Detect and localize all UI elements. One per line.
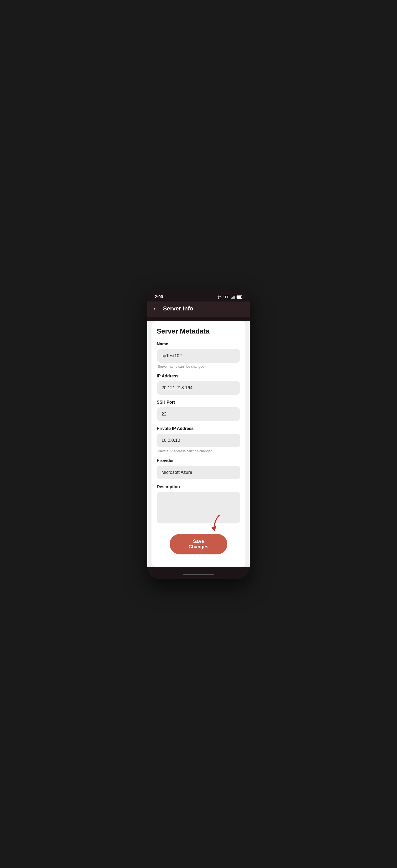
ip-address-input[interactable] bbox=[157, 381, 240, 395]
provider-input[interactable] bbox=[157, 466, 240, 479]
field-label-private-ip: Private IP Address bbox=[157, 426, 240, 431]
lte-label: LTE bbox=[223, 295, 229, 299]
signal-icon bbox=[231, 296, 235, 299]
name-hint: Server name can't be changed bbox=[157, 365, 240, 369]
field-group-private-ip: Private IP Address Private IP address ca… bbox=[157, 426, 240, 453]
form-card: Server Metadata Name Server name can't b… bbox=[152, 321, 245, 567]
svg-rect-1 bbox=[231, 298, 232, 298]
private-ip-input bbox=[157, 434, 240, 447]
field-label-ssh-port: SSH Port bbox=[157, 400, 240, 405]
field-group-provider: Provider bbox=[157, 458, 240, 479]
home-indicator bbox=[147, 571, 250, 579]
phone-frame: 2:00 LTE ← bbox=[147, 289, 250, 579]
svg-rect-4 bbox=[234, 296, 235, 298]
field-group-ip: IP Address bbox=[157, 374, 240, 395]
field-label-description: Description bbox=[157, 485, 240, 489]
field-label-ip: IP Address bbox=[157, 374, 240, 378]
arrow-annotation bbox=[204, 514, 224, 532]
svg-point-0 bbox=[218, 298, 219, 299]
back-button[interactable]: ← bbox=[153, 305, 159, 312]
field-group-name: Name Server name can't be changed bbox=[157, 342, 240, 369]
name-input bbox=[157, 349, 240, 363]
ssh-port-input[interactable] bbox=[157, 407, 240, 421]
private-ip-hint: Private IP address can't be changed bbox=[157, 449, 240, 453]
nav-title: Server Info bbox=[163, 305, 193, 312]
status-bar: 2:00 LTE bbox=[147, 291, 250, 302]
field-group-ssh-port: SSH Port bbox=[157, 400, 240, 421]
wifi-icon bbox=[216, 295, 221, 299]
status-time: 2:00 bbox=[155, 295, 163, 300]
field-label-name: Name bbox=[157, 342, 240, 346]
svg-rect-3 bbox=[233, 296, 234, 299]
content-area: Server Metadata Name Server name can't b… bbox=[147, 321, 250, 567]
svg-rect-2 bbox=[232, 297, 233, 299]
home-bar bbox=[183, 574, 214, 575]
description-input[interactable] bbox=[157, 492, 240, 523]
field-group-description: Description bbox=[157, 485, 240, 525]
save-btn-container: Save Changes bbox=[157, 530, 240, 561]
battery-icon bbox=[237, 296, 242, 299]
card-title: Server Metadata bbox=[157, 327, 240, 335]
save-changes-button[interactable]: Save Changes bbox=[170, 534, 227, 554]
status-icons: LTE bbox=[216, 295, 242, 299]
nav-bar: ← Server Info bbox=[147, 302, 250, 317]
field-label-provider: Provider bbox=[157, 458, 240, 463]
